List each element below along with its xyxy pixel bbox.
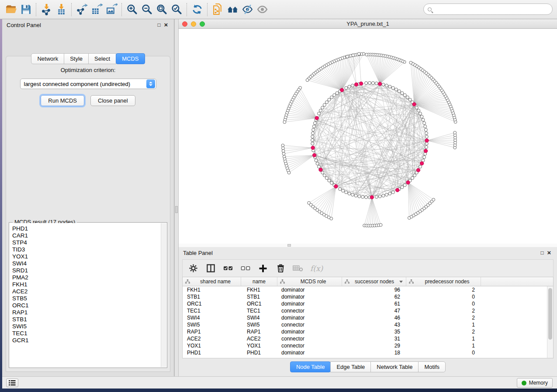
zoom-selected-icon[interactable] [169,2,184,17]
mcds-result-item[interactable]: ORC1 [12,302,161,309]
table-row[interactable]: FKH1FKH1dominator962 [183,286,547,293]
control-panel-title: Control Panel [7,22,156,28]
memory-label: Memory [529,380,548,386]
settings-gear-icon[interactable] [188,263,198,274]
network-canvas[interactable] [179,29,557,243]
splitter-grip[interactable] [287,244,291,247]
search-input[interactable] [434,5,552,14]
save-session-icon[interactable] [18,2,33,17]
mcds-result-item[interactable]: ACE2 [12,288,161,295]
mcds-result-item[interactable]: PHD1 [12,225,161,232]
search-field[interactable] [423,3,553,15]
tab-network[interactable]: Network [31,53,64,64]
desktop: Control Panel □ × NetworkStyleSelectMCDS… [0,0,557,392]
mcds-result-item[interactable]: YOX1 [12,253,161,260]
mcds-result-item[interactable]: SRD1 [12,267,161,274]
refresh-icon[interactable] [190,2,204,17]
window-close-icon[interactable] [182,21,187,27]
table-panel-float-button[interactable]: □ [539,249,546,256]
dropdown-stepper-icon [146,79,155,88]
zoom-in-icon[interactable] [125,2,139,17]
tab-edge-table[interactable]: Edge Table [330,361,371,372]
table-row[interactable]: PHD1PHD1dominator180 [183,349,547,356]
export-table-icon[interactable] [89,2,104,17]
table-row[interactable]: TEC1TEC1connector472 [183,307,547,314]
import-network-icon[interactable] [39,2,54,17]
tab-select[interactable]: Select [88,53,116,64]
show-hidden-eye-icon[interactable] [255,2,270,17]
table-row[interactable]: ACE2ACE2connector311 [183,335,547,342]
mcds-result-scrollbar[interactable] [161,223,166,367]
toolbar-separator [207,3,208,16]
delete-table-icon[interactable] [293,263,303,274]
open-session-icon[interactable] [3,2,18,17]
mcds-result-item[interactable]: STP4 [12,239,161,246]
table-row[interactable]: STB1STB1dominator620 [183,293,547,300]
tab-network-table[interactable]: Network Table [370,361,419,372]
show-all-houses-icon[interactable] [225,2,240,17]
column-header-successor-nodes[interactable]: successor nodes [342,277,406,286]
close-panel-button[interactable]: Close panel [90,95,135,106]
tab-mcds[interactable]: MCDS [116,53,145,64]
select-all-icon[interactable] [223,263,233,274]
delete-row-trash-icon[interactable] [275,263,286,274]
mcds-result-item[interactable]: SWI5 [12,323,161,330]
zoom-out-icon[interactable] [139,2,154,17]
export-image-icon[interactable] [104,2,119,17]
status-bar: Memory [2,376,557,389]
table-row[interactable]: YOX1YOX1connector291 [183,342,547,349]
mcds-result-item[interactable]: GCR1 [12,337,161,344]
criterion-dropdown[interactable]: largest connected component (undirected) [20,79,156,89]
column-header-predecessor-nodes[interactable]: predecessor nodes [406,277,481,286]
hide-selected-eye-icon[interactable] [240,2,255,17]
duplicate-network-icon[interactable] [210,2,225,17]
column-header-shared-name[interactable]: shared name [183,277,241,286]
memory-button[interactable]: Memory [517,378,553,388]
table-panel-close-button[interactable]: × [546,249,553,256]
mcds-result-item[interactable]: STB5 [12,295,161,302]
search-icon [428,7,432,11]
mcds-result-item[interactable]: PMA2 [12,274,161,281]
main-toolbar [0,0,557,19]
column-header-name[interactable]: name [241,277,277,286]
export-network-icon[interactable] [74,2,89,17]
node-table-header: shared namenameMCDS rolesuccessor nodesp… [183,277,553,286]
show-columns-icon[interactable] [205,263,216,274]
mcds-result-list[interactable]: PHD1CAR1STP4TID3YOX1SWI4SRD1PMA2FKH1ACE2… [10,223,161,367]
task-history-button[interactable] [6,378,18,387]
mcds-result-item[interactable]: FKH1 [12,281,161,288]
function-builder-icon[interactable]: f(x) [310,264,323,273]
mcds-result-item[interactable]: STB1 [12,316,161,323]
run-mcds-button[interactable]: Run MCDS [41,95,84,106]
window-maximize-icon[interactable] [200,21,205,27]
zoom-fit-icon[interactable] [154,2,169,17]
mcds-result-item[interactable]: TID3 [12,246,161,253]
tab-style[interactable]: Style [64,53,89,64]
add-row-plus-icon[interactable] [258,263,268,274]
splitter-grip[interactable] [175,206,178,213]
table-toolbar: f(x) [182,259,554,277]
table-row[interactable]: SWI5SWI5connector431 [183,321,547,328]
mcds-result-item[interactable]: RAP1 [12,309,161,316]
column-header-MCDS-role[interactable]: MCDS role [277,277,342,286]
vertical-splitter[interactable] [174,19,179,376]
table-scrollbar-thumb[interactable] [548,288,552,340]
mcds-result-item[interactable]: CAR1 [12,232,161,239]
mcds-result-item[interactable]: SWI4 [12,260,161,267]
window-minimize-icon[interactable] [191,21,196,27]
import-table-icon[interactable] [54,2,69,17]
table-row[interactable]: ORC1ORC1dominator610 [183,300,547,307]
tab-motifs[interactable]: Motifs [418,361,446,372]
control-panel-tabs: NetworkStyleSelectMCDS [2,53,174,64]
control-panel-close-button[interactable]: × [163,21,170,28]
control-panel-float-button[interactable]: □ [156,21,163,28]
table-row[interactable]: RAP1RAP1dominator352 [183,328,547,335]
table-scrollbar[interactable] [547,286,553,358]
table-row[interactable]: SWI4SWI4dominator462 [183,314,547,321]
horizontal-splitter[interactable] [179,244,557,247]
tab-node-table[interactable]: Node Table [290,361,331,372]
table-panel-title: Table Panel [183,250,539,256]
network-view-window: YPA_prune.txt_1 [179,19,557,244]
deselect-all-icon[interactable] [240,263,251,274]
mcds-result-item[interactable]: TEC1 [12,330,161,337]
